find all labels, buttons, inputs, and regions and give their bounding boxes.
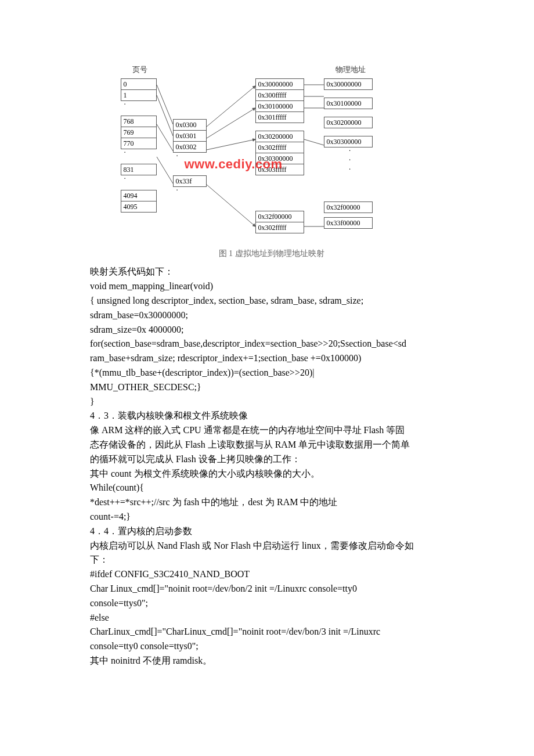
svg-line-7	[207, 185, 255, 226]
line: { unsigned long descriptor_index, sectio…	[90, 294, 450, 308]
line: ram_base+sdram_size; rdescriptor_index+=…	[90, 351, 450, 366]
dots: ·	[121, 149, 157, 158]
svg-line-6	[207, 139, 255, 150]
watermark: www.cediy.com	[185, 154, 283, 174]
page: 页号 物理地址	[0, 0, 534, 715]
line: 态存储设备的，因此从 Flash 上读取数据与从 RAM 单元中读取数据用一个简…	[90, 438, 450, 452]
cell: 1	[121, 89, 157, 101]
cell: 0x30100000	[255, 100, 304, 112]
line: {*(mmu_tlb_base+(descriptor_index))=(sec…	[90, 366, 450, 380]
line: #ifdef CONFIG_S3C2410_NAND_BOOT	[90, 567, 450, 582]
svg-line-1	[157, 95, 173, 136]
line: for(section_base=sdram_base,descriptor_i…	[90, 337, 450, 351]
line: 其中 count 为根文件系统映像的大小或内核映像的大小。	[90, 467, 450, 481]
figure-caption: 图 1 虚拟地址到物理地址映射	[93, 247, 450, 260]
cell: 0x32f00000	[324, 201, 373, 213]
svg-line-0	[157, 85, 173, 124]
cell: 0x30100000	[324, 98, 373, 109]
cell: 0x30200000	[324, 117, 373, 128]
line: CharLinux_cmd[]="CharLinux_cmd[]="noinit…	[90, 625, 450, 639]
svg-line-11	[304, 139, 324, 145]
cell: 0x33f00000	[324, 217, 373, 229]
line: While(count){	[90, 481, 450, 495]
cell: 0x0300	[173, 119, 207, 131]
line: 下：	[90, 553, 450, 567]
cell: 4094	[121, 190, 157, 201]
header-physical-addr: 物理地址	[335, 64, 366, 76]
cell: 0x32f00000	[255, 211, 304, 222]
line: 映射关系代码如下：	[90, 265, 450, 279]
line: Char Linux_cmd[]="noinit root=/dev/bon/2…	[90, 582, 450, 596]
cell: 0x302fffff	[255, 222, 304, 233]
cell: 4095	[121, 201, 157, 213]
line: 4．4．置内核的启动参数	[90, 524, 450, 539]
line: 4．3．装载内核映像和根文件系统映像	[90, 409, 450, 423]
line: #else	[90, 611, 450, 625]
cell: 831	[121, 164, 157, 175]
svg-line-5	[207, 108, 255, 138]
svg-line-3	[157, 157, 173, 183]
cell: 0x30200000	[255, 131, 304, 142]
dots: ·	[121, 100, 157, 110]
dots: ·	[324, 147, 373, 156]
cell: 0x302fffff	[255, 142, 304, 153]
cell: 0x0301	[173, 130, 207, 142]
line: console=tty0 console=ttys0";	[90, 639, 450, 654]
cell: 0x30000000	[255, 78, 304, 90]
body-text: 映射关系代码如下： void mem_mapping_linear(void) …	[90, 265, 450, 668]
dots: ·	[173, 186, 207, 196]
line: 的循环就可以完成从 Flash 设备上拷贝映像的工作：	[90, 452, 450, 467]
line: *dest++=*src++;//src 为 fash 中的地址，dest 为 …	[90, 495, 450, 510]
cell: 769	[121, 127, 157, 138]
line: }	[90, 395, 450, 409]
line: sdram_base=0x30000000;	[90, 308, 450, 323]
cell: 0x300fffff	[255, 89, 304, 101]
header-page-number: 页号	[132, 64, 147, 76]
line: 内核启动可以从 Nand Flash 或 Nor Flash 中启动运行 lin…	[90, 539, 450, 553]
line: console=ttys0";	[90, 596, 450, 611]
cell: 0x30000000	[324, 78, 373, 90]
dots: ·	[121, 175, 157, 184]
diagram-wrapper: 页号 物理地址	[93, 64, 450, 260]
line: 像 ARM 这样的嵌入式 CPU 通常都是在统一的内存地址空间中寻址 Flash…	[90, 423, 450, 438]
memory-mapping-diagram: 页号 物理地址	[121, 64, 423, 244]
cell: 768	[121, 116, 157, 127]
dots: ·	[324, 165, 373, 175]
line: sdram_size=0x 4000000;	[90, 323, 450, 337]
dots: ·	[324, 156, 373, 165]
col-physical-addr: 0x30000000 0x30100000 0x30200000 0x30300…	[324, 78, 373, 228]
dots	[255, 175, 304, 184]
line: MMU_OTHER_SECDESC;}	[90, 380, 450, 395]
cell: 770	[121, 138, 157, 149]
svg-line-2	[157, 124, 173, 151]
col-page-numbers: 0 1 · 768 769 770 · 831 · 4094 4095	[121, 78, 157, 212]
cell: 0	[121, 78, 157, 90]
line: void mem_mapping_linear(void)	[90, 279, 450, 294]
cell: 0x301fffff	[255, 111, 304, 123]
cell: 0x30300000	[324, 136, 373, 147]
line: count-=4;}	[90, 510, 450, 524]
line: 其中 noinitrd 不使用 ramdisk。	[90, 654, 450, 668]
svg-line-4	[207, 86, 255, 127]
